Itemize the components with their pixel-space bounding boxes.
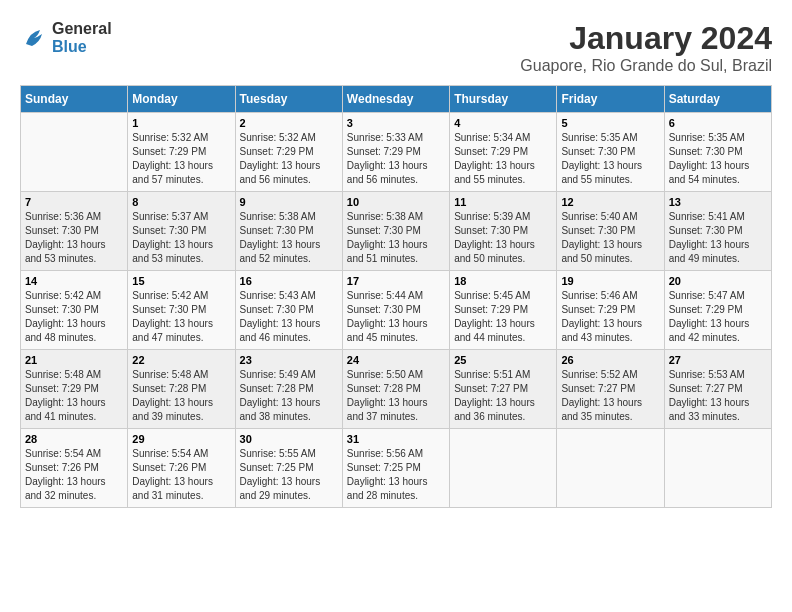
day-cell [557, 429, 664, 508]
day-info: Sunrise: 5:52 AMSunset: 7:27 PMDaylight:… [561, 368, 659, 424]
day-number: 13 [669, 196, 767, 208]
week-row-2: 7Sunrise: 5:36 AMSunset: 7:30 PMDaylight… [21, 192, 772, 271]
day-cell: 25Sunrise: 5:51 AMSunset: 7:27 PMDayligh… [450, 350, 557, 429]
day-info: Sunrise: 5:43 AMSunset: 7:30 PMDaylight:… [240, 289, 338, 345]
day-cell: 11Sunrise: 5:39 AMSunset: 7:30 PMDayligh… [450, 192, 557, 271]
day-cell: 9Sunrise: 5:38 AMSunset: 7:30 PMDaylight… [235, 192, 342, 271]
day-number: 27 [669, 354, 767, 366]
day-cell: 10Sunrise: 5:38 AMSunset: 7:30 PMDayligh… [342, 192, 449, 271]
day-number: 10 [347, 196, 445, 208]
day-cell: 20Sunrise: 5:47 AMSunset: 7:29 PMDayligh… [664, 271, 771, 350]
day-number: 16 [240, 275, 338, 287]
day-info: Sunrise: 5:51 AMSunset: 7:27 PMDaylight:… [454, 368, 552, 424]
day-info: Sunrise: 5:48 AMSunset: 7:28 PMDaylight:… [132, 368, 230, 424]
day-cell: 12Sunrise: 5:40 AMSunset: 7:30 PMDayligh… [557, 192, 664, 271]
day-number: 31 [347, 433, 445, 445]
day-info: Sunrise: 5:42 AMSunset: 7:30 PMDaylight:… [25, 289, 123, 345]
day-number: 25 [454, 354, 552, 366]
weekday-header-thursday: Thursday [450, 86, 557, 113]
calendar-table: SundayMondayTuesdayWednesdayThursdayFrid… [20, 85, 772, 508]
day-info: Sunrise: 5:40 AMSunset: 7:30 PMDaylight:… [561, 210, 659, 266]
day-number: 29 [132, 433, 230, 445]
weekday-header-monday: Monday [128, 86, 235, 113]
day-number: 7 [25, 196, 123, 208]
day-info: Sunrise: 5:42 AMSunset: 7:30 PMDaylight:… [132, 289, 230, 345]
day-info: Sunrise: 5:47 AMSunset: 7:29 PMDaylight:… [669, 289, 767, 345]
logo-general: General [52, 20, 112, 37]
logo-icon [20, 24, 48, 52]
day-number: 2 [240, 117, 338, 129]
day-info: Sunrise: 5:32 AMSunset: 7:29 PMDaylight:… [132, 131, 230, 187]
day-info: Sunrise: 5:54 AMSunset: 7:26 PMDaylight:… [25, 447, 123, 503]
day-info: Sunrise: 5:32 AMSunset: 7:29 PMDaylight:… [240, 131, 338, 187]
day-number: 14 [25, 275, 123, 287]
day-cell: 16Sunrise: 5:43 AMSunset: 7:30 PMDayligh… [235, 271, 342, 350]
day-cell: 17Sunrise: 5:44 AMSunset: 7:30 PMDayligh… [342, 271, 449, 350]
day-info: Sunrise: 5:41 AMSunset: 7:30 PMDaylight:… [669, 210, 767, 266]
day-number: 17 [347, 275, 445, 287]
week-row-1: 1Sunrise: 5:32 AMSunset: 7:29 PMDaylight… [21, 113, 772, 192]
day-number: 20 [669, 275, 767, 287]
day-info: Sunrise: 5:38 AMSunset: 7:30 PMDaylight:… [240, 210, 338, 266]
day-number: 21 [25, 354, 123, 366]
week-row-4: 21Sunrise: 5:48 AMSunset: 7:29 PMDayligh… [21, 350, 772, 429]
day-number: 4 [454, 117, 552, 129]
day-cell: 2Sunrise: 5:32 AMSunset: 7:29 PMDaylight… [235, 113, 342, 192]
day-info: Sunrise: 5:50 AMSunset: 7:28 PMDaylight:… [347, 368, 445, 424]
day-info: Sunrise: 5:54 AMSunset: 7:26 PMDaylight:… [132, 447, 230, 503]
day-info: Sunrise: 5:56 AMSunset: 7:25 PMDaylight:… [347, 447, 445, 503]
day-number: 23 [240, 354, 338, 366]
day-number: 3 [347, 117, 445, 129]
weekday-header-wednesday: Wednesday [342, 86, 449, 113]
day-cell: 31Sunrise: 5:56 AMSunset: 7:25 PMDayligh… [342, 429, 449, 508]
day-cell: 29Sunrise: 5:54 AMSunset: 7:26 PMDayligh… [128, 429, 235, 508]
day-number: 26 [561, 354, 659, 366]
day-info: Sunrise: 5:49 AMSunset: 7:28 PMDaylight:… [240, 368, 338, 424]
day-cell: 21Sunrise: 5:48 AMSunset: 7:29 PMDayligh… [21, 350, 128, 429]
day-number: 5 [561, 117, 659, 129]
day-cell: 30Sunrise: 5:55 AMSunset: 7:25 PMDayligh… [235, 429, 342, 508]
week-row-3: 14Sunrise: 5:42 AMSunset: 7:30 PMDayligh… [21, 271, 772, 350]
logo-blue: Blue [52, 38, 87, 55]
title-section: January 2024 Guapore, Rio Grande do Sul,… [520, 20, 772, 75]
day-cell: 4Sunrise: 5:34 AMSunset: 7:29 PMDaylight… [450, 113, 557, 192]
day-info: Sunrise: 5:39 AMSunset: 7:30 PMDaylight:… [454, 210, 552, 266]
day-info: Sunrise: 5:35 AMSunset: 7:30 PMDaylight:… [669, 131, 767, 187]
day-cell: 18Sunrise: 5:45 AMSunset: 7:29 PMDayligh… [450, 271, 557, 350]
day-info: Sunrise: 5:44 AMSunset: 7:30 PMDaylight:… [347, 289, 445, 345]
day-info: Sunrise: 5:37 AMSunset: 7:30 PMDaylight:… [132, 210, 230, 266]
day-cell: 7Sunrise: 5:36 AMSunset: 7:30 PMDaylight… [21, 192, 128, 271]
day-info: Sunrise: 5:55 AMSunset: 7:25 PMDaylight:… [240, 447, 338, 503]
weekday-header-sunday: Sunday [21, 86, 128, 113]
day-cell [21, 113, 128, 192]
day-cell: 28Sunrise: 5:54 AMSunset: 7:26 PMDayligh… [21, 429, 128, 508]
day-number: 12 [561, 196, 659, 208]
day-info: Sunrise: 5:35 AMSunset: 7:30 PMDaylight:… [561, 131, 659, 187]
day-cell: 24Sunrise: 5:50 AMSunset: 7:28 PMDayligh… [342, 350, 449, 429]
day-cell [450, 429, 557, 508]
day-number: 18 [454, 275, 552, 287]
day-number: 28 [25, 433, 123, 445]
day-cell: 22Sunrise: 5:48 AMSunset: 7:28 PMDayligh… [128, 350, 235, 429]
logo-text: General Blue [52, 20, 112, 56]
day-info: Sunrise: 5:38 AMSunset: 7:30 PMDaylight:… [347, 210, 445, 266]
day-cell: 5Sunrise: 5:35 AMSunset: 7:30 PMDaylight… [557, 113, 664, 192]
day-number: 19 [561, 275, 659, 287]
logo: General Blue [20, 20, 112, 56]
day-number: 6 [669, 117, 767, 129]
day-info: Sunrise: 5:36 AMSunset: 7:30 PMDaylight:… [25, 210, 123, 266]
day-number: 11 [454, 196, 552, 208]
day-info: Sunrise: 5:48 AMSunset: 7:29 PMDaylight:… [25, 368, 123, 424]
week-row-5: 28Sunrise: 5:54 AMSunset: 7:26 PMDayligh… [21, 429, 772, 508]
day-cell: 26Sunrise: 5:52 AMSunset: 7:27 PMDayligh… [557, 350, 664, 429]
weekday-header-saturday: Saturday [664, 86, 771, 113]
weekday-header-friday: Friday [557, 86, 664, 113]
day-number: 24 [347, 354, 445, 366]
day-number: 9 [240, 196, 338, 208]
day-number: 30 [240, 433, 338, 445]
day-info: Sunrise: 5:53 AMSunset: 7:27 PMDaylight:… [669, 368, 767, 424]
day-cell: 23Sunrise: 5:49 AMSunset: 7:28 PMDayligh… [235, 350, 342, 429]
day-cell: 13Sunrise: 5:41 AMSunset: 7:30 PMDayligh… [664, 192, 771, 271]
calendar-subtitle: Guapore, Rio Grande do Sul, Brazil [520, 57, 772, 75]
day-info: Sunrise: 5:33 AMSunset: 7:29 PMDaylight:… [347, 131, 445, 187]
